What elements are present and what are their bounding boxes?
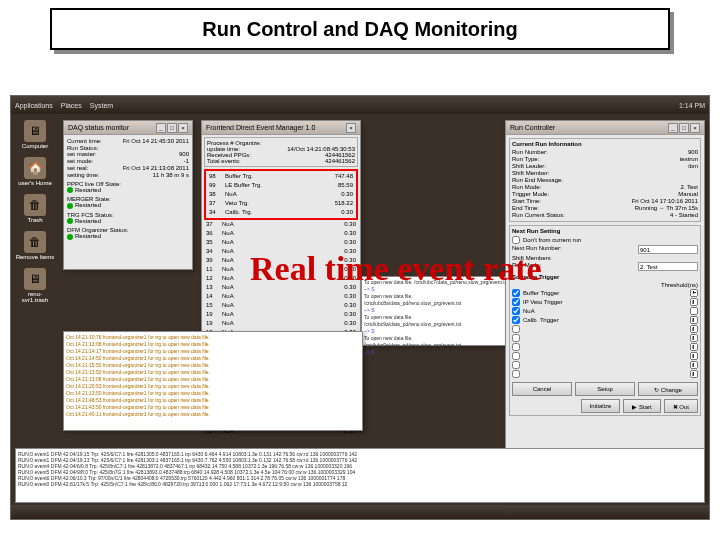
maximize-icon[interactable]: □ [679, 123, 689, 133]
desktop-icon-label: reno-svr1.trash [15, 291, 55, 303]
trigger-threshold-input[interactable] [690, 307, 698, 315]
rate-value: 0.30 [323, 190, 353, 199]
daq-row-val: Fri Oct 14 21:13:08 2011 [123, 165, 189, 171]
rate-row: 37Veto Trg.518.22 [207, 199, 355, 208]
trigger-name: IP Veto Trigger [523, 299, 563, 305]
next-run-number-input[interactable] [638, 245, 698, 254]
terminal-line: To open new data file. /crtd/ubc9a/data_… [364, 314, 510, 328]
menu-places[interactable]: Places [61, 102, 82, 109]
status-dot-icon [67, 218, 73, 224]
log-line: Oct 14 21:43:50 frontend-organizer1 for … [66, 404, 360, 411]
terminal-line: To open new data file. /crtd/ubc8a/data_… [364, 293, 510, 307]
maximize-icon[interactable]: □ [167, 123, 177, 133]
rate-index: 39 [206, 256, 218, 265]
trigger-checkbox[interactable] [512, 289, 520, 297]
setup-button[interactable]: Setup [575, 382, 635, 396]
taskbar-bottom [11, 505, 709, 519]
dont-from-current-checkbox[interactable] [512, 236, 520, 244]
window-titlebar[interactable]: Run Controller _□× [506, 121, 704, 135]
run-mode-select[interactable] [638, 262, 698, 271]
trigger-threshold-input[interactable] [690, 334, 698, 342]
folder-icon: 🏠 [24, 157, 46, 179]
rate-value: 0.30 [326, 238, 356, 247]
desktop-icon[interactable]: 🖥Computer [15, 120, 55, 149]
info-key: Run Current Status: [512, 212, 565, 218]
trigger-threshold-input[interactable] [690, 361, 698, 369]
window-titlebar[interactable]: Frontend Direct Event Manager 1.0 × [202, 121, 360, 135]
log-line: Oct 14 21:48:53 frontend-organizer1 for … [66, 397, 360, 404]
log-line: Oct 14 21:13:50 frontend-organizer1 for … [66, 390, 360, 397]
menu-applications[interactable]: Applications [15, 102, 53, 109]
minimize-icon[interactable]: _ [668, 123, 678, 133]
rate-index: 19 [206, 319, 218, 328]
trigger-checkbox[interactable] [512, 361, 520, 369]
info-key: Trigger Mode: [512, 191, 549, 197]
current-time-value: Fri Oct 14 21:45:30 2011 [123, 138, 189, 144]
info-key: Run Mode: [512, 184, 541, 190]
rate-index: 15 [206, 301, 218, 310]
info-key: Run Number: [512, 149, 548, 155]
trigger-threshold-input[interactable] [690, 325, 698, 333]
close-icon[interactable]: × [346, 123, 356, 133]
rate-row: 15NuA0.30 [204, 301, 358, 310]
info-val: Manual [678, 191, 698, 197]
cancel-button[interactable]: Cancel [512, 382, 572, 396]
rate-value: 85.59 [323, 181, 353, 190]
trigger-threshold-input[interactable] [690, 289, 698, 297]
trigger-name: Calib. Trigger [523, 317, 559, 323]
trigger-checkbox[interactable] [512, 334, 520, 342]
daq-status-monitor-window: DAQ status monitor _□× Current time:Fri … [63, 120, 193, 270]
close-icon[interactable]: × [690, 123, 700, 133]
rate-index: 37 [206, 220, 218, 229]
desktop-icon[interactable]: 🗑Remove Items [15, 231, 55, 260]
trigger-threshold-input[interactable] [690, 370, 698, 378]
rate-name: LE Buffer Trg. [221, 181, 323, 190]
rate-row: 37NuA0.30 [204, 220, 358, 229]
desktop-icon[interactable]: 🗑Trash [15, 194, 55, 223]
desktop-icon[interactable]: 🖥reno-svr1.trash [15, 268, 55, 303]
trigger-name: Buffer Trigger [523, 290, 559, 296]
trigger-threshold-input[interactable] [690, 352, 698, 360]
folder-icon: 🖥 [24, 268, 46, 290]
taskbar-top: Applications Places System 1:14 PM [11, 96, 709, 114]
minimize-icon[interactable]: _ [156, 123, 166, 133]
trigger-checkbox[interactable] [512, 325, 520, 333]
desktop: Applications Places System 1:14 PM 🖥Comp… [10, 95, 710, 520]
info-key: Shift Member: [512, 170, 549, 176]
threshold-label: Threshold(ns) [661, 282, 698, 288]
start-button[interactable]: ▶ Start [623, 399, 660, 413]
window-titlebar[interactable]: DAQ status monitor _□× [64, 121, 192, 135]
trigger-checkbox[interactable] [512, 343, 520, 351]
trigger-checkbox[interactable] [512, 370, 520, 378]
rate-name: NuA [218, 319, 326, 328]
trigger-threshold-input[interactable] [690, 298, 698, 306]
rate-index: 34 [206, 247, 218, 256]
log-line: Oct 14 21:14:50 frontend-organizer1 for … [66, 355, 360, 362]
change-button[interactable]: ↻ Change [638, 382, 698, 396]
rate-value: 0.30 [326, 292, 356, 301]
clock: 1:14 PM [679, 102, 705, 109]
rate-row: 14NuA0.30 [204, 292, 358, 301]
out-button[interactable]: ✖ Out [664, 399, 698, 413]
trigger-checkbox[interactable] [512, 298, 520, 306]
desktop-icon[interactable]: 🏠user's Home [15, 157, 55, 186]
folder-icon: 🗑 [24, 231, 46, 253]
trigger-checkbox[interactable] [512, 352, 520, 360]
current-time-label: Current time: [67, 138, 102, 144]
bottom-event-log: RUN:0 event1 DFM 42:04/19:15 Trp: 425/6/… [15, 448, 705, 503]
trigger-threshold-input[interactable] [690, 316, 698, 324]
daq-row-val: 900 [179, 151, 189, 157]
info-val: 900 [688, 149, 698, 155]
terminal-line: ~> S [364, 328, 510, 335]
merger-status: Restarted [75, 202, 101, 208]
initialize-button[interactable]: Initialize [581, 399, 621, 413]
dont-from-current-label: Don't from current run [523, 237, 581, 243]
menu-system[interactable]: System [90, 102, 113, 109]
close-icon[interactable]: × [178, 123, 188, 133]
evt-head-key: Total events: [207, 158, 241, 164]
trigger-checkbox[interactable] [512, 307, 520, 315]
next-run-setting-title: Next Run Setting [512, 228, 698, 234]
trigger-threshold-input[interactable] [690, 343, 698, 351]
rate-value: 0.30 [323, 208, 353, 217]
trigger-checkbox[interactable] [512, 316, 520, 324]
